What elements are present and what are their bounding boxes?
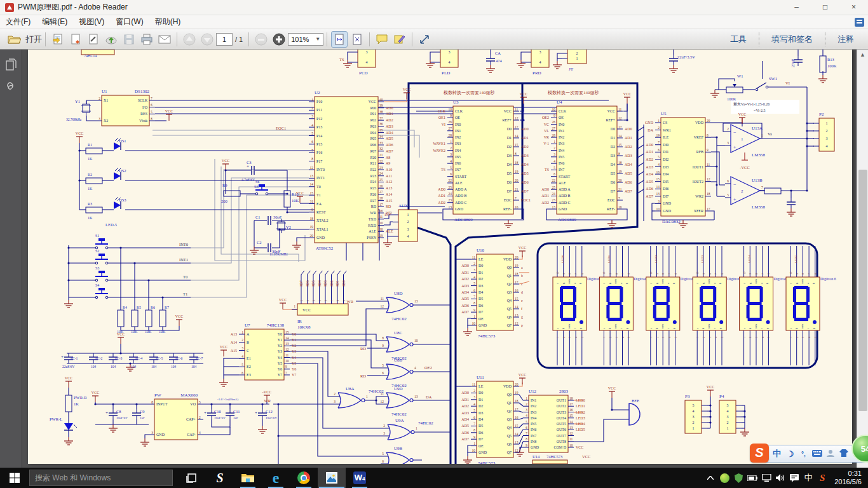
svg-text:5: 5 [241, 363, 243, 367]
pan-zoom-button[interactable] [416, 31, 433, 48]
svg-text:-VCC: -VCC [262, 390, 271, 394]
zoom-level-select[interactable]: 101%▼ [288, 33, 323, 46]
svg-text:PC-5: PC-5 [156, 356, 163, 360]
svg-text:PCD: PCD [359, 71, 368, 76]
taskbar-search-box[interactable] [29, 470, 173, 486]
scrolling-mode-button[interactable] [331, 31, 348, 48]
export-pdf-button[interactable] [50, 31, 66, 48]
app-w4-button[interactable]: W4 [346, 468, 374, 488]
file-explorer-button[interactable] [234, 468, 262, 488]
next-page-button[interactable] [199, 31, 215, 48]
menu-help[interactable]: 帮助(H) [149, 17, 187, 27]
attachments-paperclip-icon[interactable] [6, 79, 17, 92]
network-icon[interactable] [759, 468, 773, 488]
panel-toggle-icon[interactable] [855, 18, 864, 27]
svg-text:IN3: IN3 [531, 410, 536, 414]
page-number-input[interactable] [216, 33, 233, 46]
svg-text:AD2: AD2 [541, 201, 549, 205]
svg-text:com: com [567, 279, 571, 284]
chrome-browser-button[interactable] [290, 468, 318, 488]
soft-keyboard-icon[interactable] [810, 449, 824, 459]
scroll-up-icon[interactable]: ▲ [857, 50, 868, 60]
punctuation-icon[interactable]: °, [797, 451, 810, 458]
svg-text:U8D: U8D [394, 291, 403, 296]
menu-edit[interactable]: 编辑(E) [36, 17, 73, 27]
svg-text:SCLK: SCLK [138, 98, 148, 102]
zoom-out-button[interactable] [253, 31, 269, 48]
security-shield-icon[interactable] [731, 468, 745, 488]
sogou-tray-icon[interactable]: S [815, 468, 829, 488]
save-button[interactable] [121, 31, 137, 48]
ime-mode-chinese[interactable]: 中 [770, 448, 783, 459]
task-view-button[interactable] [178, 468, 206, 488]
fit-page-button[interactable] [349, 31, 365, 48]
svg-text:15: 15 [310, 191, 314, 195]
svg-text:D4: D4 [478, 290, 483, 294]
svg-text:D0: D0 [507, 127, 512, 131]
svg-text:AD1: AD1 [541, 194, 549, 198]
svg-text:U7: U7 [245, 323, 250, 328]
edge-browser-button[interactable]: e [262, 468, 290, 488]
comment-panel-button[interactable]: 注释 [829, 34, 863, 45]
zoom-in-button[interactable] [271, 31, 287, 48]
svg-text:D6: D6 [507, 180, 512, 184]
svg-text:11: 11 [707, 163, 710, 166]
svg-text:21: 21 [515, 187, 519, 191]
svg-text:8: 8 [151, 117, 153, 121]
page-thumbnails-icon[interactable] [6, 58, 17, 71]
fullwidth-moon-icon[interactable]: ☽ [783, 449, 797, 459]
battery-icon[interactable] [745, 468, 759, 488]
open-button[interactable] [6, 31, 22, 48]
svg-text:XFER: XFER [694, 209, 703, 213]
svg-text:22: 22 [379, 159, 383, 163]
svg-text:U3: U3 [453, 100, 459, 105]
sign-document-button[interactable] [85, 31, 102, 48]
chip-U7: U774HC138A1A13B2A14C3A15E14E25E36Y015Y0Y… [231, 323, 297, 380]
start-button[interactable] [0, 468, 29, 488]
svg-text:Q1: Q1 [507, 274, 512, 278]
svg-text:R2: R2 [88, 173, 92, 177]
create-pdf-button[interactable] [67, 31, 84, 48]
svg-text:32: 32 [379, 147, 383, 151]
open-label[interactable]: 打开 [25, 34, 42, 45]
maximize-button[interactable]: □ [811, 0, 839, 15]
previous-page-button[interactable] [181, 31, 198, 48]
account-icon[interactable] [824, 449, 837, 459]
close-button[interactable]: × [839, 0, 868, 15]
svg-text:P2: P2 [819, 112, 824, 117]
skin-shirt-icon[interactable] [837, 449, 850, 459]
tools-panel-button[interactable]: 工具 [721, 34, 756, 45]
360-safe-icon[interactable] [717, 468, 731, 488]
fill-sign-button[interactable] [391, 31, 408, 48]
svg-text:VL: VL [544, 129, 549, 133]
taskbar-clock[interactable]: 0:31 2016/5/6 [829, 470, 868, 486]
scrollbar-thumb[interactable] [858, 170, 867, 411]
tray-chevron-icon[interactable] [703, 468, 717, 488]
menu-file[interactable]: 文件(F) [0, 17, 36, 27]
sym-swl [756, 83, 768, 91]
print-button[interactable] [139, 31, 155, 48]
comment-button[interactable] [374, 31, 390, 48]
search-input[interactable] [30, 473, 172, 482]
svg-text:9: 9 [526, 444, 527, 447]
sogou-logo-icon[interactable]: S [750, 444, 769, 463]
menu-view[interactable]: 视图(V) [73, 17, 110, 27]
vertical-scrollbar[interactable]: ▲ [857, 50, 868, 468]
svg-text:LM358: LM358 [752, 205, 766, 210]
photos-app-button[interactable] [318, 468, 346, 488]
menu-window[interactable]: 窗口(W) [110, 17, 149, 27]
sogou-app-button[interactable]: S [206, 468, 234, 488]
svg-text:AUX: AUX [398, 203, 408, 208]
cloud-upload-button[interactable] [103, 31, 119, 48]
volume-icon[interactable] [773, 468, 787, 488]
minimize-button[interactable]: – [782, 0, 811, 15]
svg-text:AD4: AD4 [461, 290, 469, 294]
digitron-display-6: 10192837465LED5fgcomabedcomcpDigitron 6 [786, 246, 836, 365]
svg-text:e: e [696, 328, 699, 329]
svg-text:DS2: DS2 [119, 168, 126, 173]
email-button[interactable] [156, 31, 173, 48]
svg-text:VDD: VDD [503, 384, 512, 388]
fill-sign-panel-button[interactable]: 填写和签名 [763, 34, 822, 45]
notification-icon[interactable] [787, 468, 801, 488]
ime-indicator[interactable]: 中 [801, 468, 815, 488]
